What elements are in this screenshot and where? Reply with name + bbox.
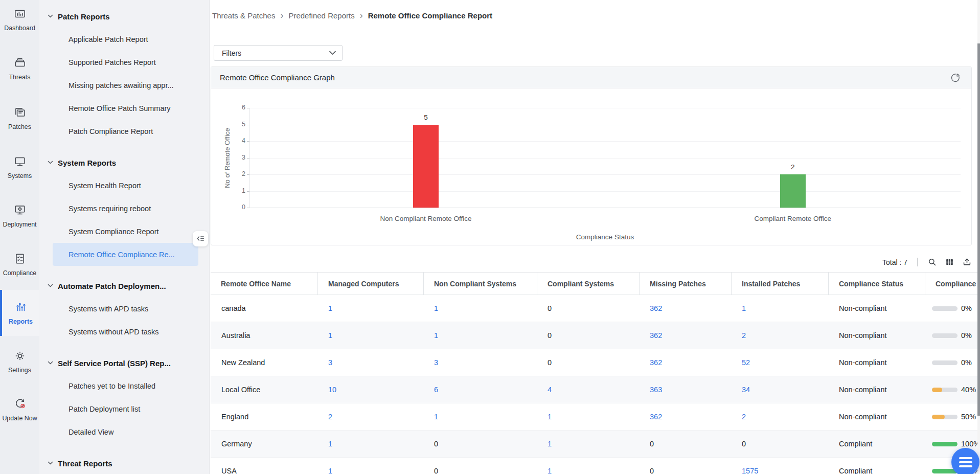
cell-non-compliant-systems[interactable]: 6 [434, 386, 438, 394]
compliance-graph-panel: Remote Office Compliance Graph 01234565N… [211, 66, 972, 245]
cell-compliant-systems[interactable]: 1 [548, 413, 552, 421]
nav-item-systems-requiring-reboot[interactable]: Systems requiring reboot [39, 197, 209, 220]
column-header-compliance-status[interactable]: Compliance Status [828, 273, 925, 295]
nav-section-automate-patch-deployment: Automate Patch Deploymen... Systems with… [39, 275, 209, 343]
cell-non-compliant-systems[interactable]: 1 [434, 304, 438, 312]
nav-section-title: Automate Patch Deploymen... [58, 282, 166, 290]
cell-non-compliant-systems[interactable]: 3 [434, 358, 438, 367]
compliance-progressbar [932, 333, 958, 338]
nav-item-patch-compliance-report[interactable]: Patch Compliance Report [39, 120, 209, 143]
cell-installed-patches[interactable]: 52 [742, 358, 750, 367]
nav-item-systems-without-apd-tasks[interactable]: Systems without APD tasks [39, 320, 209, 343]
sidebar-item-reports[interactable]: Reports [0, 290, 39, 336]
cell-managed-computers[interactable]: 2 [328, 413, 332, 421]
cell-managed-computers[interactable]: 1 [328, 304, 332, 312]
filters-dropdown[interactable]: Filters [214, 45, 343, 61]
sidebar-item-systems[interactable]: Systems [0, 144, 39, 190]
nav-section-header[interactable]: System Reports [39, 151, 209, 174]
chevron-down-icon [48, 361, 53, 365]
cell-missing-patches[interactable]: 362 [650, 304, 662, 312]
breadcrumb-predefined-reports[interactable]: Predefined Reports [288, 11, 354, 20]
nav-item-applicable-patch-report[interactable]: Applicable Patch Report [39, 28, 209, 51]
cell-missing-patches[interactable]: 362 [650, 413, 662, 421]
cell-missing-patches[interactable]: 362 [650, 358, 662, 367]
cell-compliant-systems[interactable]: 1 [548, 440, 552, 448]
cell-missing-patches[interactable]: 363 [650, 386, 662, 394]
cell-managed-computers[interactable]: 1 [328, 331, 332, 340]
nav-item-patches-yet-to-be-installed[interactable]: Patches yet to be Installed [39, 374, 209, 397]
sidebar-item-patches[interactable]: Patches [0, 95, 39, 141]
nav-item-system-health-report[interactable]: System Health Report [39, 174, 209, 197]
sidebar-item-label: Threats [9, 74, 30, 81]
nav-item-systems-with-apd-tasks[interactable]: Systems with APD tasks [39, 297, 209, 320]
column-header-missing-patches[interactable]: Missing Patches [639, 273, 731, 295]
quick-actions-fab[interactable] [951, 448, 979, 474]
chevron-down-icon [329, 51, 336, 55]
column-header-compliance-percentage[interactable]: Compliance [925, 273, 980, 295]
cell-remote-office-name: Australia [211, 322, 317, 349]
nav-section-header[interactable]: Self Service Portal (SSP) Rep... [39, 352, 209, 374]
column-header-installed-patches[interactable]: Installed Patches [731, 273, 828, 295]
sidebar-item-compliance[interactable]: Compliance [0, 241, 39, 287]
cell-installed-patches[interactable]: 2 [742, 413, 746, 421]
x-title: Compliance Status [564, 233, 646, 241]
cell-installed-patches[interactable]: 1 [742, 304, 746, 312]
cell-compliant-systems[interactable]: 1 [548, 467, 552, 474]
nav-section-header[interactable]: Automate Patch Deploymen... [39, 275, 209, 297]
icon-sidebar: Dashboard Threats Patches Systems Deploy… [0, 0, 39, 474]
nav-section-ssp-reports: Self Service Portal (SSP) Rep... Patches… [39, 352, 209, 443]
collapse-nav-button[interactable] [193, 231, 208, 246]
nav-section-title: Threat Reports [58, 459, 112, 468]
cell-managed-computers[interactable]: 1 [328, 440, 332, 448]
nav-item-system-compliance-report[interactable]: System Compliance Report [39, 220, 209, 243]
column-header-non-compliant-systems[interactable]: Non Compliant Systems [423, 273, 537, 295]
nav-item-supported-patches-report[interactable]: Supported Patches Report [39, 51, 209, 74]
cell-managed-computers[interactable]: 10 [328, 386, 336, 394]
cell-compliant-systems[interactable]: 4 [548, 386, 552, 394]
cell-installed-patches[interactable]: 1575 [742, 467, 758, 474]
cat-label: Compliant Remote Office [711, 215, 875, 222]
dashboard-icon [13, 7, 27, 20]
bar[interactable] [413, 125, 439, 208]
nav-item-detailed-view[interactable]: Detailed View [39, 420, 209, 443]
cell-installed-patches[interactable]: 34 [742, 386, 750, 394]
pie-chart-toggle-icon[interactable] [950, 72, 961, 83]
cell-non-compliant-systems: 0 [434, 440, 438, 448]
cell-installed-patches[interactable]: 2 [742, 331, 746, 340]
scrollbar-thumb[interactable] [977, 43, 980, 416]
bar[interactable] [780, 174, 806, 208]
compliance-report-table: Remote Office Name Managed Computers Non… [211, 272, 980, 474]
sidebar-item-deployment[interactable]: Deployment [0, 193, 39, 239]
cell-compliance-percentage: 40% [925, 376, 980, 403]
nav-item-missing-patches-awaiting-approval[interactable]: Missing patches awaiting appr... [39, 74, 209, 97]
cell-compliance-status: Compliant [828, 458, 925, 474]
cell-non-compliant-systems[interactable]: 1 [434, 413, 438, 421]
nav-item-remote-office-compliance-report-selected[interactable]: Remote Office Compliance Re... [53, 243, 198, 266]
nav-item-patch-deployment-list[interactable]: Patch Deployment list [39, 397, 209, 420]
cell-non-compliant-systems[interactable]: 1 [434, 331, 438, 340]
deployment-icon [13, 204, 27, 217]
column-header-remote-office-name[interactable]: Remote Office Name [211, 273, 317, 295]
breadcrumb-threats-and-patches[interactable]: Threats & Patches [212, 11, 275, 20]
nav-section-header[interactable]: Threat Reports [39, 452, 209, 474]
cell-compliance-percentage: 0% [925, 295, 980, 322]
nav-item-remote-office-patch-summary[interactable]: Remote Office Patch Summary [39, 97, 209, 120]
table-view-icon[interactable] [945, 257, 954, 267]
cell-managed-computers[interactable]: 1 [328, 467, 332, 474]
export-icon[interactable] [962, 257, 972, 267]
column-header-compliant-systems[interactable]: Compliant Systems [537, 273, 639, 295]
vertical-scrollbar[interactable] [977, 0, 980, 474]
search-icon[interactable] [927, 257, 937, 267]
sidebar-item-label: Deployment [3, 221, 36, 228]
nav-section-header[interactable]: Patch Reports [39, 5, 209, 28]
sidebar-item-dashboard[interactable]: Dashboard [0, 0, 39, 42]
cell-managed-computers[interactable]: 3 [328, 358, 332, 367]
column-header-managed-computers[interactable]: Managed Computers [317, 273, 423, 295]
sidebar-item-update-now[interactable]: Update Now [0, 387, 39, 433]
cell-compliance-status: Compliant [828, 431, 925, 457]
sidebar-item-settings[interactable]: Settings [0, 338, 39, 385]
cell-remote-office-name: USA [211, 458, 317, 474]
sidebar-item-threats[interactable]: Threats [0, 46, 39, 92]
chart-panel-header: Remote Office Compliance Graph [211, 67, 971, 88]
cell-missing-patches[interactable]: 362 [650, 331, 662, 340]
